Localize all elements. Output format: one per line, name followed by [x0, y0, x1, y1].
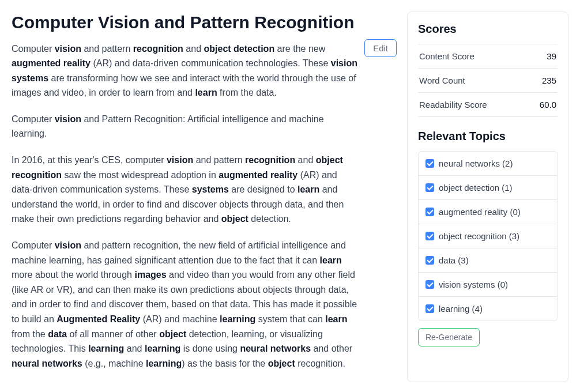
scores-list: Content Score39Word Count235Readability … [418, 44, 558, 117]
topic-checkbox[interactable] [425, 159, 434, 168]
topic-label: vision systems (0) [439, 280, 508, 289]
score-row: Content Score39 [418, 44, 558, 69]
article-paragraph: Computer vision and pattern recognition,… [12, 238, 357, 371]
article-paragraph: Computer vision and pattern recognition … [12, 42, 357, 100]
article-paragraph: Computer vision and Pattern Recognition:… [12, 112, 357, 141]
topic-item: object detection (1) [419, 176, 557, 200]
scores-heading: Scores [418, 22, 558, 36]
edit-button[interactable]: Edit [364, 39, 397, 57]
regenerate-button[interactable]: Re-Generate [418, 328, 480, 346]
article-content: Computer vision and pattern recognition … [12, 42, 357, 371]
topic-item: object recognition (3) [419, 224, 557, 248]
topic-checkbox[interactable] [425, 183, 434, 192]
topics-list: neural networks (2)object detection (1)a… [418, 151, 558, 321]
score-label: Content Score [419, 51, 474, 61]
topic-item: vision systems (0) [419, 273, 557, 297]
score-row: Readability Score60.0 [418, 93, 558, 117]
topic-label: object detection (1) [439, 183, 513, 193]
topic-checkbox[interactable] [425, 280, 434, 289]
article-paragraph: In 2016, at this year's CES, computer vi… [12, 153, 357, 227]
score-label: Readability Score [419, 100, 487, 110]
main-column: Computer Vision and Pattern Recognition … [12, 12, 397, 382]
score-row: Word Count235 [418, 69, 558, 93]
topic-item: augmented reality (0) [419, 200, 557, 224]
page-title: Computer Vision and Pattern Recognition [12, 12, 357, 33]
topic-checkbox[interactable] [425, 256, 434, 265]
score-value: 60.0 [540, 100, 556, 110]
topic-checkbox[interactable] [425, 304, 434, 313]
topic-item: learning (4) [419, 297, 557, 321]
topic-label: augmented reality (0) [439, 207, 521, 217]
topic-item: neural networks (2) [419, 152, 557, 176]
topic-label: data (3) [439, 255, 469, 265]
score-label: Word Count [419, 76, 465, 85]
score-value: 235 [542, 76, 556, 85]
topic-label: object recognition (3) [439, 231, 519, 241]
topic-checkbox[interactable] [425, 208, 434, 216]
topic-label: neural networks (2) [439, 159, 513, 168]
topic-label: learning (4) [439, 304, 483, 314]
score-value: 39 [547, 51, 556, 61]
topic-item: data (3) [419, 248, 557, 273]
topics-heading: Relevant Topics [418, 130, 558, 143]
topic-checkbox[interactable] [425, 232, 434, 240]
sidebar: Scores Content Score39Word Count235Reada… [407, 12, 568, 382]
